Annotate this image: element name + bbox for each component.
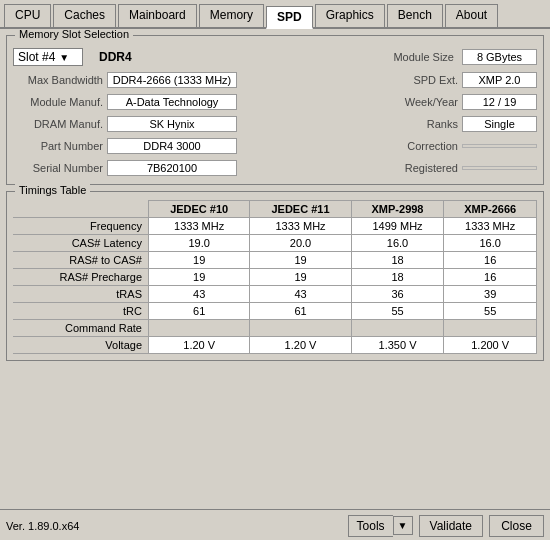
timings-cell-7-2: 1.350 V (351, 337, 444, 354)
timings-col-xmp2666: XMP-2666 (444, 201, 537, 218)
module-size-value: 8 GBytes (462, 49, 537, 65)
timings-cell-4-2: 36 (351, 286, 444, 303)
timings-cell-7-1: 1.20 V (250, 337, 351, 354)
timings-cell-1-3: 16.0 (444, 235, 537, 252)
timings-col-xmp2998: XMP-2998 (351, 201, 444, 218)
timings-cell-5-0: 61 (149, 303, 250, 320)
tab-memory[interactable]: Memory (199, 4, 264, 27)
registered-label: Registered (393, 162, 458, 174)
tools-group[interactable]: Tools ▼ (348, 515, 413, 537)
timings-cell-3-0: 19 (149, 269, 250, 286)
part-number-label: Part Number (13, 140, 103, 152)
tab-graphics[interactable]: Graphics (315, 4, 385, 27)
timings-cell-5-2: 55 (351, 303, 444, 320)
validate-button[interactable]: Validate (419, 515, 483, 537)
timings-row-label-1: CAS# Latency (13, 235, 149, 252)
max-bandwidth-label: Max Bandwidth (13, 74, 103, 86)
timings-cell-0-1: 1333 MHz (250, 218, 351, 235)
memory-slot-group: Memory Slot Selection Slot #4 ▼ DDR4 Mod… (6, 35, 544, 185)
serial-number-value: 7B620100 (107, 160, 237, 176)
serial-number-label: Serial Number (13, 162, 103, 174)
tab-bar: CPU Caches Mainboard Memory SPD Graphics… (0, 0, 550, 29)
timings-row-label-2: RAS# to CAS# (13, 252, 149, 269)
close-button[interactable]: Close (489, 515, 544, 537)
correction-value (462, 144, 537, 148)
timings-cell-0-2: 1499 MHz (351, 218, 444, 235)
timings-cell-3-2: 18 (351, 269, 444, 286)
ranks-label: Ranks (393, 118, 458, 130)
timings-cell-4-0: 43 (149, 286, 250, 303)
module-manuf-value: A-Data Technology (107, 94, 237, 110)
timings-cell-0-0: 1333 MHz (149, 218, 250, 235)
timings-cell-2-3: 16 (444, 252, 537, 269)
max-bandwidth-value: DDR4-2666 (1333 MHz) (107, 72, 237, 88)
timings-cell-1-2: 16.0 (351, 235, 444, 252)
timings-col-jedec10: JEDEC #10 (149, 201, 250, 218)
week-year-value: 12 / 19 (462, 94, 537, 110)
timings-cell-4-1: 43 (250, 286, 351, 303)
part-number-value: DDR4 3000 (107, 138, 237, 154)
timings-group-title: Timings Table (15, 184, 90, 196)
timings-cell-1-1: 20.0 (250, 235, 351, 252)
slot-selector[interactable]: Slot #4 ▼ (13, 48, 83, 66)
timings-row-label-3: RAS# Precharge (13, 269, 149, 286)
timings-cell-0-3: 1333 MHz (444, 218, 537, 235)
timings-cell-3-1: 19 (250, 269, 351, 286)
timings-col-jedec11: JEDEC #11 (250, 201, 351, 218)
tab-mainboard[interactable]: Mainboard (118, 4, 197, 27)
correction-label: Correction (393, 140, 458, 152)
timings-cell-2-2: 18 (351, 252, 444, 269)
timings-cell-5-1: 61 (250, 303, 351, 320)
tab-caches[interactable]: Caches (53, 4, 116, 27)
timings-row-label-4: tRAS (13, 286, 149, 303)
timings-cell-7-0: 1.20 V (149, 337, 250, 354)
timings-cell-7-3: 1.200 V (444, 337, 537, 354)
timings-cell-2-1: 19 (250, 252, 351, 269)
tools-dropdown-arrow[interactable]: ▼ (393, 516, 413, 535)
timings-cell-1-0: 19.0 (149, 235, 250, 252)
module-size-label: Module Size (393, 51, 454, 63)
spd-ext-value: XMP 2.0 (462, 72, 537, 88)
timings-cell-6-0 (149, 320, 250, 337)
timings-row-label-6: Command Rate (13, 320, 149, 337)
timings-cell-5-3: 55 (444, 303, 537, 320)
dram-manuf-label: DRAM Manuf. (13, 118, 103, 130)
timings-cell-4-3: 39 (444, 286, 537, 303)
spd-ext-label: SPD Ext. (393, 74, 458, 86)
bottom-bar: Ver. 1.89.0.x64 Tools ▼ Validate Close (0, 509, 550, 540)
timings-cell-3-3: 16 (444, 269, 537, 286)
main-content: Memory Slot Selection Slot #4 ▼ DDR4 Mod… (0, 29, 550, 509)
slot-selector-value: Slot #4 (18, 50, 55, 64)
timings-cell-6-2 (351, 320, 444, 337)
slot-selector-arrow: ▼ (59, 52, 69, 63)
tab-cpu[interactable]: CPU (4, 4, 51, 27)
memory-slot-group-title: Memory Slot Selection (15, 29, 133, 40)
tab-spd[interactable]: SPD (266, 6, 313, 29)
module-manuf-label: Module Manuf. (13, 96, 103, 108)
timings-cell-6-3 (444, 320, 537, 337)
dram-manuf-value: SK Hynix (107, 116, 237, 132)
timings-cell-2-0: 19 (149, 252, 250, 269)
timings-row-label-7: Voltage (13, 337, 149, 354)
version-text: Ver. 1.89.0.x64 (6, 520, 342, 532)
tab-about[interactable]: About (445, 4, 498, 27)
tab-bench[interactable]: Bench (387, 4, 443, 27)
ranks-value: Single (462, 116, 537, 132)
timings-col-label (13, 201, 149, 218)
timings-row-label-0: Frequency (13, 218, 149, 235)
timings-cell-6-1 (250, 320, 351, 337)
timings-group: Timings Table JEDEC #10 JEDEC #11 XMP-29… (6, 191, 544, 361)
week-year-label: Week/Year (393, 96, 458, 108)
timings-table: JEDEC #10 JEDEC #11 XMP-2998 XMP-2666 Fr… (13, 200, 537, 354)
ddr-type-label: DDR4 (99, 50, 132, 64)
tools-button[interactable]: Tools (348, 515, 393, 537)
registered-value (462, 166, 537, 170)
timings-row-label-5: tRC (13, 303, 149, 320)
